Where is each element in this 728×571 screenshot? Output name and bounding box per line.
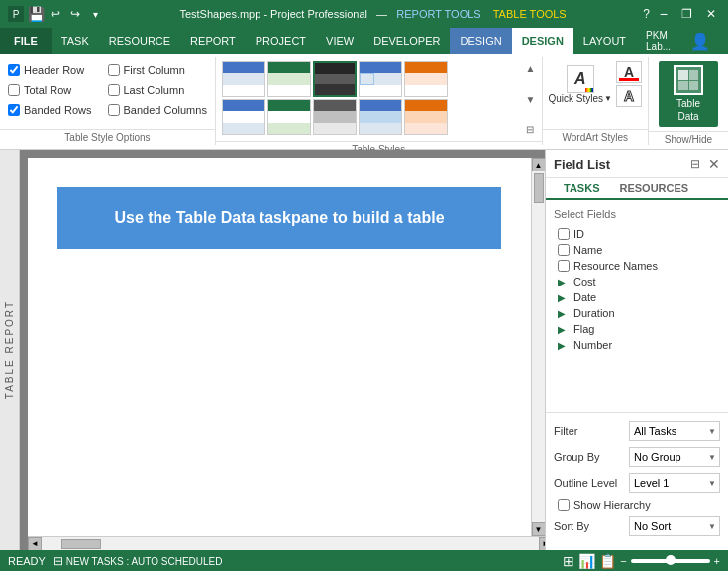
hscroll-thumb[interactable] bbox=[61, 539, 101, 549]
flag-expand-icon: ▶ bbox=[558, 324, 570, 335]
field-tab-tasks[interactable]: TASKS bbox=[554, 178, 609, 200]
field-list-close-btn[interactable]: ✕ bbox=[708, 156, 720, 171]
more-icon[interactable]: ▾ bbox=[87, 6, 103, 22]
hscroll-left-btn[interactable]: ◄ bbox=[28, 537, 42, 551]
number-label: Number bbox=[573, 339, 612, 351]
main-area: TABLE REPORT Use the Table Data taskpane… bbox=[0, 150, 728, 550]
field-name-checkbox[interactable] bbox=[558, 244, 570, 256]
tab-design-table[interactable]: DESIGN bbox=[512, 28, 573, 54]
minimize-btn[interactable]: − bbox=[656, 6, 672, 22]
menu-bar: FILE TASK RESOURCE REPORT PROJECT VIEW D… bbox=[0, 28, 728, 54]
scroll-up-btn[interactable]: ▲ bbox=[532, 158, 546, 171]
sort-by-value: No Sort bbox=[630, 520, 705, 532]
report-box[interactable]: Use the Table Data taskpane to build a t… bbox=[57, 187, 501, 249]
user-icon[interactable]: 👤 bbox=[680, 28, 720, 54]
status-icon3[interactable]: 📋 bbox=[599, 553, 616, 569]
tab-design-report[interactable]: DESIGN bbox=[450, 28, 511, 54]
tab-layout[interactable]: LAYOUT bbox=[573, 28, 636, 54]
canvas-area: Use the Table Data taskpane to build a t… bbox=[20, 150, 545, 550]
tab-project[interactable]: PROJECT bbox=[246, 28, 316, 54]
table-style-light-blue[interactable] bbox=[359, 61, 402, 97]
field-list-footer: Filter All Tasks ▼ Group By No Group ▼ O… bbox=[546, 412, 728, 550]
filter-value: All Tasks bbox=[630, 425, 705, 437]
help-btn[interactable]: ? bbox=[643, 7, 650, 21]
tab-report[interactable]: REPORT bbox=[180, 28, 246, 54]
field-group-flag[interactable]: ▶ Flag bbox=[554, 321, 720, 337]
save-icon[interactable]: 💾 bbox=[28, 6, 44, 22]
first-column-checkbox[interactable] bbox=[108, 64, 120, 76]
ribbon-group-style-options: Header Row Total Row Banded Rows First C… bbox=[0, 57, 216, 145]
field-id-checkbox[interactable] bbox=[558, 228, 570, 240]
text-outline-btn[interactable]: A bbox=[616, 85, 642, 107]
canvas-vscrollbar[interactable]: ▲ ▼ bbox=[531, 158, 545, 536]
quick-styles-btn[interactable]: A Quick Styles▼ bbox=[549, 65, 613, 104]
table-style-2-1[interactable] bbox=[222, 99, 265, 135]
styles-scroll-up[interactable]: ▲ bbox=[526, 63, 536, 74]
field-group-number[interactable]: ▶ Number bbox=[554, 337, 720, 353]
tab-developer[interactable]: DEVELOPER bbox=[364, 28, 450, 54]
zoom-slider[interactable] bbox=[631, 559, 710, 563]
last-column-checkbox[interactable] bbox=[108, 84, 120, 96]
tab-resource[interactable]: RESOURCE bbox=[99, 28, 180, 54]
total-row-label: Total Row bbox=[24, 84, 71, 96]
canvas-hscrollbar[interactable]: ◄ ► bbox=[28, 536, 545, 550]
styles-scroll-down[interactable]: ▼ bbox=[526, 94, 536, 105]
table-style-2-2[interactable] bbox=[267, 99, 311, 135]
field-tab-resources[interactable]: RESOURCES bbox=[609, 178, 698, 200]
redo-icon[interactable]: ↪ bbox=[67, 6, 83, 22]
banded-columns-checkbox[interactable] bbox=[108, 104, 120, 116]
outline-select[interactable]: Level 1 ▼ bbox=[629, 473, 720, 493]
field-list-undock-btn[interactable]: ⊟ bbox=[690, 157, 700, 171]
style-options-label: Table Style Options bbox=[0, 129, 215, 145]
table-tools-label: TABLE TOOLS bbox=[493, 8, 567, 20]
table-data-btn[interactable]: Table Data bbox=[659, 61, 718, 127]
show-hierarchy-checkbox[interactable] bbox=[558, 499, 570, 511]
restore-btn[interactable]: ❐ bbox=[677, 7, 696, 21]
date-expand-icon: ▶ bbox=[558, 292, 570, 303]
filter-select[interactable]: All Tasks ▼ bbox=[629, 421, 720, 441]
tab-view[interactable]: VIEW bbox=[316, 28, 364, 54]
field-id-label: ID bbox=[573, 228, 584, 240]
undo-icon[interactable]: ↩ bbox=[48, 6, 63, 22]
outline-row: Outline Level Level 1 ▼ bbox=[554, 473, 720, 493]
filter-arrow: ▼ bbox=[705, 427, 719, 436]
filter-label: Filter bbox=[554, 425, 623, 437]
field-group-duration[interactable]: ▶ Duration bbox=[554, 305, 720, 321]
quick-styles-icon: A bbox=[574, 70, 586, 88]
hscroll-track[interactable] bbox=[42, 537, 539, 551]
scroll-thumb[interactable] bbox=[534, 173, 544, 203]
table-style-orange[interactable] bbox=[404, 61, 448, 97]
scroll-track[interactable] bbox=[532, 171, 546, 522]
canvas-inner: Use the Table Data taskpane to build a t… bbox=[28, 158, 531, 536]
field-group-cost[interactable]: ▶ Cost bbox=[554, 274, 720, 289]
table-style-green[interactable] bbox=[267, 61, 311, 97]
hscroll-right-btn[interactable]: ► bbox=[539, 537, 545, 551]
field-group-date[interactable]: ▶ Date bbox=[554, 289, 720, 305]
zoom-plus-btn[interactable]: + bbox=[714, 555, 720, 567]
close-btn[interactable]: ✕ bbox=[702, 7, 720, 21]
tab-task[interactable]: TASK bbox=[52, 28, 99, 54]
table-style-blue[interactable] bbox=[222, 61, 265, 97]
tab-pkm[interactable]: PKM Lab... bbox=[636, 28, 680, 54]
grid-icon[interactable]: ⊞ bbox=[563, 553, 574, 569]
outline-value: Level 1 bbox=[630, 477, 705, 489]
status-left: READY ⊟ NEW TASKS : AUTO SCHEDULED bbox=[8, 554, 223, 568]
styles-dropdown[interactable]: ⊟ bbox=[526, 124, 536, 135]
banded-rows-checkbox[interactable] bbox=[8, 104, 20, 116]
chart-icon[interactable]: 📊 bbox=[578, 553, 595, 569]
file-menu-btn[interactable]: FILE bbox=[0, 28, 52, 54]
font-color-btn[interactable]: A bbox=[616, 61, 642, 83]
header-row-checkbox[interactable] bbox=[8, 64, 20, 76]
field-resource-names-checkbox[interactable] bbox=[558, 260, 570, 272]
table-style-2-4[interactable] bbox=[359, 99, 402, 135]
zoom-minus-btn[interactable]: − bbox=[620, 555, 626, 567]
table-style-2-5[interactable] bbox=[404, 99, 448, 135]
total-row-checkbox[interactable] bbox=[8, 84, 20, 96]
emoji-icon[interactable]: 😊 bbox=[720, 28, 728, 54]
scroll-down-btn[interactable]: ▼ bbox=[532, 522, 546, 536]
group-by-select[interactable]: No Group ▼ bbox=[629, 447, 720, 467]
sort-by-select[interactable]: No Sort ▼ bbox=[629, 516, 720, 536]
table-style-2-3[interactable] bbox=[313, 99, 357, 135]
table-style-dark[interactable] bbox=[313, 61, 357, 97]
cost-expand-icon: ▶ bbox=[558, 277, 570, 287]
